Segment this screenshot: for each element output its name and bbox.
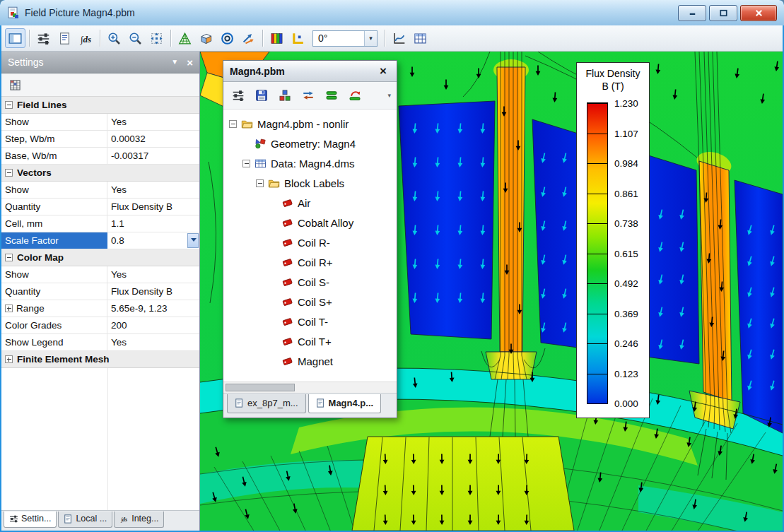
tree-expander-icon[interactable] xyxy=(242,160,250,167)
setting-name-color-grades[interactable]: Color Grades xyxy=(1,317,107,333)
tree-item-coil-s[interactable]: Coil S+ xyxy=(223,292,397,312)
toggle-settings-panel-button[interactable] xyxy=(5,28,25,48)
tree-item-geometry-magn4[interactable]: Geometry: Magn4 xyxy=(223,134,397,153)
tree-hscrollbar[interactable] xyxy=(223,382,397,393)
tab-local[interactable]: Local ... xyxy=(58,512,112,528)
setting-value-range[interactable]: 5.65e-9, 1.23 xyxy=(107,300,199,317)
setting-value-quantity[interactable]: Flux Density B xyxy=(107,199,199,215)
setting-name-quantity[interactable]: Quantity xyxy=(1,199,107,215)
title-bar[interactable]: Field Picture Magn4.pbm xyxy=(0,0,784,25)
tree-item-magnet[interactable]: Magnet xyxy=(223,351,397,371)
settings-panel-header[interactable]: Settings ▼ × xyxy=(1,52,199,73)
combo-dropdown-icon[interactable]: ▾ xyxy=(364,31,377,46)
tree-expander-icon[interactable] xyxy=(256,179,264,187)
show-mesh-button[interactable] xyxy=(175,28,195,48)
group-expander-icon[interactable] xyxy=(5,355,13,363)
setting-name-quantity[interactable]: Quantity xyxy=(1,283,107,300)
model-tree-window: Magn4.pbm × ▾ Magn4.pbm - nonlirGeometry… xyxy=(223,60,397,418)
field-picture-view[interactable]: Magn4.pbm × ▾ Magn4.pbm - nonlirGeometry… xyxy=(200,52,783,531)
tag-icon xyxy=(281,256,293,268)
group-expander-icon[interactable] xyxy=(5,169,13,177)
save-button-button[interactable] xyxy=(252,86,271,105)
setting-value-show[interactable]: Yes xyxy=(107,182,199,198)
toolbar-overflow-icon[interactable]: ▾ xyxy=(387,92,391,99)
settings-group-color-map[interactable]: Color Map xyxy=(1,249,199,266)
settings-menu-dropdown-icon[interactable]: ▼ xyxy=(171,59,178,66)
tree-item-block-labels[interactable]: Block Labels xyxy=(223,173,397,193)
setting-name-text: Show xyxy=(5,269,29,280)
setting-name-cell-mm[interactable]: Cell, mm xyxy=(1,215,107,232)
setting-value-cell-mm[interactable]: 1.1 xyxy=(107,215,199,232)
tree-hscrollbar-thumb[interactable] xyxy=(226,384,295,391)
setting-name-range[interactable]: Range xyxy=(1,300,107,317)
phase-angle-combo[interactable]: 0°▾ xyxy=(312,30,378,47)
color-map-toggle-button[interactable] xyxy=(267,28,287,48)
setting-value-quantity[interactable]: Flux Density B xyxy=(107,283,199,300)
group-expander-icon[interactable] xyxy=(5,101,13,109)
settings-panel: Settings ▼ × Field LinesShowYesStep, Wb/… xyxy=(1,52,200,531)
tree-item-magn4-pbm-nonlir[interactable]: Magn4.pbm - nonlir xyxy=(223,114,397,134)
settings-group-finite-element-mesh[interactable]: Finite Element Mesh xyxy=(1,351,199,368)
integral-calculator-button[interactable]: ∫ds xyxy=(76,28,96,48)
datasheet-icon[interactable] xyxy=(6,76,23,93)
table-view-button[interactable] xyxy=(410,28,431,48)
group-expander-icon[interactable] xyxy=(5,254,13,261)
tree-item-coil-t[interactable]: Coil T- xyxy=(223,312,397,331)
settings-group-field-lines[interactable]: Field Lines xyxy=(1,97,199,114)
setting-value-show-legend[interactable]: Yes xyxy=(107,334,199,350)
tab-integ[interactable]: ∫dsInteg... xyxy=(114,512,164,528)
setting-value-scale-factor[interactable]: 0.8 xyxy=(107,232,199,249)
tree-window-title-bar[interactable]: Magn4.pbm × xyxy=(223,61,397,82)
tree-item-air[interactable]: Air xyxy=(223,193,397,213)
tab-settin[interactable]: Settin... xyxy=(4,512,57,528)
setting-name-show[interactable]: Show xyxy=(1,266,107,283)
tree-item-label: Coil T- xyxy=(298,316,328,328)
tree-window-close-icon[interactable]: × xyxy=(376,65,390,77)
transfer-tool-button[interactable] xyxy=(299,86,317,105)
problem-properties-button[interactable] xyxy=(229,86,247,105)
maximize-button[interactable] xyxy=(709,5,737,21)
field-picture-view-button[interactable] xyxy=(196,28,216,48)
zoom-to-extents-button[interactable] xyxy=(146,28,167,48)
tree-item-coil-r[interactable]: Coil R- xyxy=(223,232,397,252)
setting-value-show[interactable]: Yes xyxy=(107,266,199,283)
tree-item-cobalt-alloy[interactable]: Cobalt Alloy xyxy=(223,213,397,232)
zoom-out-button[interactable] xyxy=(125,28,146,48)
contour-tool-button[interactable] xyxy=(346,86,364,105)
vectors-toggle-button[interactable] xyxy=(238,28,259,48)
setting-name-base-wb-m[interactable]: Base, Wb/m xyxy=(1,148,107,164)
tree-item-coil-s[interactable]: Coil S- xyxy=(223,272,397,292)
settings-row: Scale Factor0.8 xyxy=(1,232,199,249)
setting-name-show-legend[interactable]: Show Legend xyxy=(1,334,107,350)
field-picture-settings-button[interactable] xyxy=(33,28,54,48)
setting-name-show[interactable]: Show xyxy=(1,182,107,198)
tab-magn4-p[interactable]: Magn4.p... xyxy=(308,394,382,413)
legend-tick xyxy=(587,194,607,194)
tree-item-coil-r[interactable]: Coil R+ xyxy=(223,252,397,272)
setting-value-show[interactable]: Yes xyxy=(107,114,199,130)
close-button[interactable] xyxy=(740,5,777,21)
settings-close-icon[interactable]: × xyxy=(187,57,193,68)
setting-value-step-wb-m[interactable]: 0.00032 xyxy=(107,131,199,147)
tree-item-coil-t[interactable]: Coil T+ xyxy=(223,331,397,351)
setting-dropdown-button[interactable] xyxy=(187,233,199,248)
zoom-in-button[interactable] xyxy=(104,28,124,48)
tree-item-data-magn4-dms[interactable]: Data: Magn4.dms xyxy=(223,153,397,173)
setting-name-step-wb-m[interactable]: Step, Wb/m xyxy=(1,131,107,147)
setting-name-scale-factor[interactable]: Scale Factor xyxy=(1,232,107,249)
copy-field-picture-button[interactable] xyxy=(54,28,75,48)
field-lines-toggle-button[interactable] xyxy=(217,28,238,48)
tree-expander-icon[interactable] xyxy=(229,120,237,128)
minimize-button[interactable] xyxy=(678,5,706,21)
range-expander-icon[interactable] xyxy=(5,305,13,312)
edge-labels-tool-button[interactable] xyxy=(322,86,341,105)
tab-ex-8p7-m[interactable]: ex_8p7_m... xyxy=(227,394,306,413)
settings-group-vectors[interactable]: Vectors xyxy=(1,165,199,182)
setting-name-show[interactable]: Show xyxy=(1,114,107,130)
setting-value-base-wb-m[interactable]: -0.00317 xyxy=(107,148,199,164)
xy-plot-button[interactable] xyxy=(389,28,409,48)
block-labels-tool-button[interactable] xyxy=(276,86,294,105)
app-icon xyxy=(7,6,20,19)
setting-value-color-grades[interactable]: 200 xyxy=(107,317,199,333)
local-values-probe-button[interactable] xyxy=(288,28,308,48)
